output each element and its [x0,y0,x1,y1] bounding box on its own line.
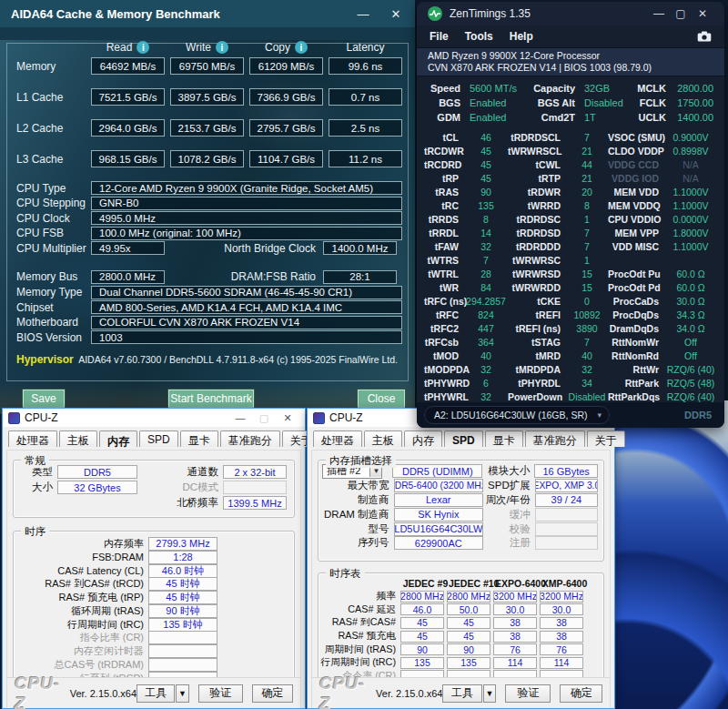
save-button[interactable]: Save [23,390,65,408]
validate-button[interactable]: 验证 [505,684,551,703]
timing-value: 135 [464,200,508,211]
timings-grid-row: tRFC2 447 tREFI (ns) 3890 DramDqDs 34.0 … [424,321,717,335]
tools-dropdown-arrow-icon[interactable]: ▼ [176,684,189,703]
timings-table-row: RAS# 预充电 45 45 38 38 [318,630,603,643]
tools-button[interactable]: 工具 [442,684,481,703]
tab-graphics[interactable]: 显卡 [180,430,218,447]
maximize-icon[interactable]: ▢ [670,7,692,20]
summary-value: Enabled [466,112,526,123]
tab-mainboard[interactable]: 主板 [59,430,97,447]
tab-cpu[interactable]: 处理器 [8,430,57,447]
timing-value: 447 [464,323,508,334]
memory-type-value: DDR5 [57,465,137,479]
dimm-select-dropdown[interactable]: A2: LD5U16G64C30LW (16GB, SR) ▾ [424,406,610,424]
aida64-window: AIDA64 Cache & Memory Benchmark — ✕ Read… [0,0,415,401]
cpuz-footer: CPU-Z Ver. 2.15.0.x64 工具 ▼ 验证 确定 [312,677,610,708]
timing-cell-xmp: 114 [540,657,583,669]
timings-grid-row: tRP 45 tRTP 21 VDDG IOD N/A [424,171,717,185]
timing-label: tMODPDA [424,364,464,375]
cpuz-tab-strip: 处理器 主板 内存 SPD 显卡 基准跑分 关于 [3,427,305,447]
timing-value: 46.0 时钟 [148,564,217,578]
close-button[interactable]: Close [358,390,405,408]
buffered-label: 缓冲 [483,508,535,522]
dram-fsb-ratio-label: DRAM:FSB Ratio [165,270,323,283]
timing-cell-jedec10: 90 [447,643,490,655]
ok-button[interactable]: 确定 [252,684,293,703]
timings-grid-row: tMOD 40 tMRD 40 RttNomRd Off [424,349,717,362]
slot-select-group-label: 内存插槽选择 [326,454,396,468]
summary-value: 1750.00 [672,97,717,108]
tab-graphics[interactable]: 显卡 [485,430,523,447]
timings-table-row: 频率 2800 MHz 2800 MHz 3200 MHz 3200 MHz [318,590,603,603]
timing-label: CAS# Latency (CL) [14,565,148,576]
benchmark-rows: Memory 64692 MB/s 69750 MB/s 61209 MB/s … [0,57,415,167]
menu-file[interactable]: File [430,30,449,43]
latency-value: 11.2 ns [329,150,402,167]
dc-mode-value [223,481,287,494]
close-icon[interactable]: ✕ [386,7,406,21]
tab-bench[interactable]: 基准跑分 [525,430,585,447]
timing-label: tRRDL [424,228,464,238]
timing-cell-jedec9: 135 [400,657,444,669]
tab-spd[interactable]: SPD [139,430,178,447]
minimize-icon[interactable]: — [228,412,252,423]
timing-value: 28 [464,268,508,279]
timing-label: tCWL [508,159,566,170]
tab-memory[interactable]: 内存 [404,430,442,447]
timing-value: 32 [464,364,508,375]
timing-value: 7 [566,241,608,252]
tab-cpu[interactable]: 处理器 [313,430,362,447]
info-value: GNR-B0 [91,197,402,210]
menu-help[interactable]: Help [510,30,533,43]
ok-button[interactable]: 确定 [560,684,602,703]
timing-label: tRFC [424,309,464,320]
menu-tools[interactable]: Tools [465,30,493,43]
tools-dropdown-arrow-icon[interactable]: ▼ [483,684,497,703]
voltage-value: N/A [664,173,717,184]
voltage-label: VDDG IOD [608,173,664,184]
tab-spd[interactable]: SPD [444,430,483,447]
info-icon[interactable]: i [295,41,308,54]
cpuz-memory-window: CPU-Z — ▢ ✕ 处理器 主板 内存 SPD 显卡 基准跑分 关于 常规 … [2,408,306,709]
tab-about[interactable]: 关于 [587,430,625,447]
timing-value [148,658,217,672]
tab-bench[interactable]: 基准跑分 [220,430,280,447]
info-icon[interactable]: i [136,41,149,54]
cpuz-footer: CPU-Z Ver. 2.15.0.x64 工具 ▼ 验证 确定 [7,677,300,708]
tools-button[interactable]: 工具 [136,684,175,703]
copy-value: 61209 MB/s [249,57,323,75]
close-icon[interactable]: ✕ [276,412,299,424]
timing-label: tWRWRSC [508,255,566,266]
voltage-label: RttNomWr [608,337,664,348]
timing-cell-jedec9: 90 [400,643,444,655]
timing-value: 34 [566,378,608,389]
timing-cell-xmp: 76 [540,643,583,655]
timing-label: tWTRL [424,268,464,279]
write-value: 1078.2 GB/s [170,150,244,167]
timing-value: 45 [464,173,508,184]
info-icon[interactable]: i [216,41,228,54]
channels-value: 2 x 32-bit [223,465,287,479]
tab-mainboard[interactable]: 主板 [364,430,402,447]
tab-memory[interactable]: 内存 [99,430,137,447]
voltage-label: CPU VDDIO [608,214,664,225]
read-value: 2964.0 GB/s [91,119,165,137]
validate-button[interactable]: 验证 [198,684,243,703]
close-icon[interactable]: ✕ [692,7,713,20]
manufacturer-value: Lexar [394,493,483,507]
timings-table-row: RAS# 到CAS# 45 45 38 38 [318,616,603,630]
timing-row-label: 周期时间 (tRAS) [318,643,400,656]
zentimings-window: ZenTimings 1.35 — ▢ ✕ File Tools Help AM… [417,2,724,428]
voltage-label: RttPark [608,378,664,389]
timing-row: 总CAS号 (tRDRAM) [14,658,294,672]
cpu-info-row: CPU Clock 4995.0 MHz [0,211,415,225]
voltage-value: 34.0 Ω [664,323,717,334]
timing-value: 1 [566,214,608,225]
start-benchmark-button[interactable]: Start Benchmark [168,390,254,408]
minimize-icon[interactable]: — [648,7,670,20]
screenshot-camera-icon[interactable] [697,31,712,42]
minimize-icon[interactable]: — [353,7,373,21]
north-bridge-clock-value: 1400.0 MHz [323,241,397,255]
timings-grid-row: tRCDRD 45 tCWL 44 VDDG CCD N/A [424,157,717,171]
max-bandwidth-label: 最大带宽 [322,479,394,492]
